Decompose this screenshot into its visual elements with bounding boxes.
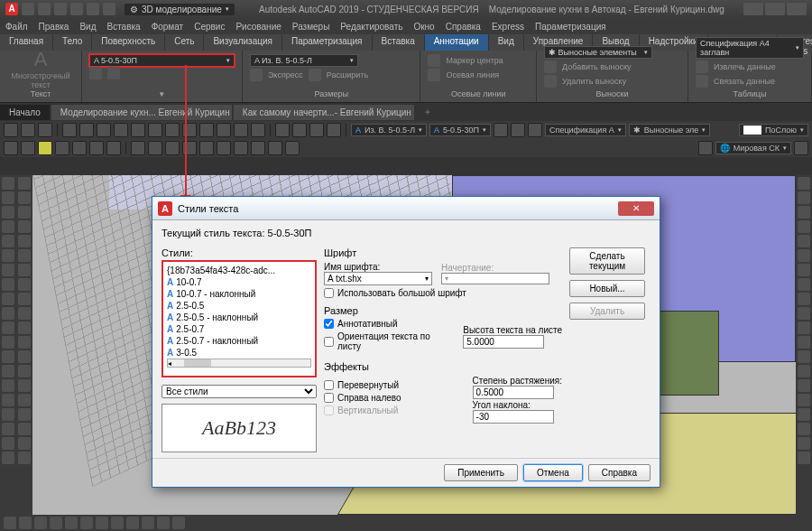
tab-mesh[interactable]: Сеть [165,34,204,51]
vtool-icon[interactable] [18,321,31,334]
vtool-icon[interactable] [18,278,31,291]
tb-btn[interactable] [148,123,162,137]
vtool-icon[interactable] [2,365,14,377]
style-filter-select[interactable]: Все стили [161,385,317,398]
vtool-icon[interactable] [2,293,14,305]
tb-btn[interactable] [62,123,77,137]
check-icon[interactable] [107,67,120,79]
tb-btn[interactable] [309,123,324,137]
btool-icon[interactable] [172,517,185,529]
vtool-icon[interactable] [18,220,31,233]
dim-icon2[interactable] [309,69,321,81]
btool-icon[interactable] [142,517,154,529]
remove-leader-btn[interactable]: Удалить выноску [562,77,626,86]
vtool-icon[interactable] [2,437,14,450]
tb-btn[interactable] [89,141,104,155]
list-item[interactable]: A10-0.7 [167,276,311,288]
vtool-icon[interactable] [798,336,810,349]
dialog-close-button[interactable]: ✕ [618,201,654,216]
vtool-icon[interactable] [798,293,810,305]
vtool-icon[interactable] [798,408,810,421]
vtool-icon[interactable] [18,452,31,464]
dim-icon[interactable] [250,69,263,81]
apply-button[interactable]: Применить [444,464,518,481]
menu-parametric[interactable]: Параметризация [535,22,606,32]
vtool-icon[interactable] [18,264,31,276]
vtool-icon[interactable] [18,336,31,349]
tb-btn[interactable] [106,141,121,155]
centerline-icon[interactable] [428,69,440,81]
link-icon[interactable] [696,75,708,88]
tb-btn[interactable] [698,141,713,155]
vtool-icon[interactable] [18,206,31,219]
qat-open-icon[interactable] [38,3,51,15]
list-item[interactable]: A10-0.7 - наклонный [167,288,311,300]
tb-btn[interactable] [199,123,214,137]
list-item[interactable]: {18b73a54fa43-428c-adc... [167,265,311,276]
tb-btn[interactable] [21,141,35,155]
btool-icon[interactable] [34,517,47,529]
qat-redo-icon[interactable] [87,3,99,15]
btool-icon[interactable] [126,517,139,529]
upside-checkbox[interactable] [324,380,334,390]
tb-btn[interactable] [285,141,300,155]
tb-btn[interactable] [217,141,231,155]
annotative-checkbox[interactable] [324,319,334,329]
tb-btn[interactable] [251,141,265,155]
remove-leader-icon[interactable] [544,75,557,88]
tab-visualize[interactable]: Визуализация [204,34,281,51]
oblique-input[interactable] [473,410,554,424]
vtool-icon[interactable] [18,191,31,204]
vtool-icon[interactable] [18,249,31,262]
tb-btn[interactable] [268,141,282,155]
tb-btn[interactable] [794,141,808,155]
list-item[interactable]: A3-0.5 [167,347,311,359]
doctab-2[interactable]: Как самому начерти...- Евгений Курицин✕ [234,105,414,120]
vtool-icon[interactable] [18,177,31,190]
vtool-icon[interactable] [2,177,14,190]
ucs-drop[interactable]: 🌐Мировая СК [715,142,791,154]
bigfont-checkbox[interactable] [324,288,334,298]
tb-new-icon[interactable] [4,123,18,137]
extend-btn[interactable]: Расширить [327,70,368,79]
tb-btn[interactable] [217,123,231,137]
vtool-icon[interactable] [798,249,810,262]
vtool-icon[interactable] [18,293,31,305]
vtool-icon[interactable] [2,408,14,421]
vtool-icon[interactable] [798,177,810,190]
vtool-icon[interactable] [2,220,14,233]
menu-edit[interactable]: Правка [39,22,69,32]
textstyle-drop[interactable]: A5-0.5-30П [429,124,491,136]
vtool-icon[interactable] [798,191,810,204]
vtool-icon[interactable] [18,350,31,363]
btool-icon[interactable] [4,517,16,529]
qat-save-icon[interactable] [54,3,67,15]
tab-parametric[interactable]: Параметризация [282,34,373,51]
tab-annotate[interactable]: Аннотации [425,34,489,51]
btool-icon[interactable] [80,517,93,529]
tb-btn[interactable] [165,141,180,155]
dimstyle-drop[interactable]: AИз. В. 5-0.5-Л [351,124,427,136]
vtool-icon[interactable] [798,206,810,219]
menu-view[interactable]: Вид [79,22,96,32]
link-btn[interactable]: Связать данные [714,77,775,86]
qat-print-icon[interactable] [103,3,115,15]
vtool-icon[interactable] [18,394,31,406]
table-style-dropdown[interactable]: Спецификация А4 заглавн [696,37,804,59]
vtool-icon[interactable] [2,423,14,435]
orient-checkbox[interactable] [324,337,334,347]
vtool-icon[interactable] [798,220,810,233]
tb-open-icon[interactable] [21,123,35,137]
vtool-icon[interactable] [2,235,14,247]
tb-btn[interactable] [234,123,248,137]
tb-btn[interactable] [165,123,180,137]
extract-btn[interactable]: Извлечь данные [714,62,776,71]
vtool-icon[interactable] [18,423,31,435]
list-item[interactable]: A2.5-0.7 [167,323,311,335]
menu-dimension[interactable]: Размеры [292,22,330,32]
doctab-add[interactable]: ＋ [416,103,439,121]
vtool-icon[interactable] [2,191,14,204]
tb-btn[interactable] [131,123,145,137]
vtool-icon[interactable] [2,452,14,464]
tb-btn[interactable] [275,123,290,137]
